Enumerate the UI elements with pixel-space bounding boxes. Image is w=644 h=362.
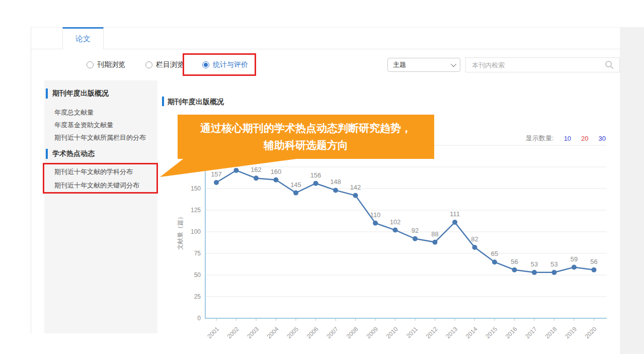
sidebar-item-keyword-distribution[interactable]: 期刊近十年文献的关键词分布 <box>54 181 139 190</box>
svg-text:150: 150 <box>191 185 201 192</box>
sidebar-item-annual-total-documents[interactable]: 年度总文献量 <box>54 108 94 117</box>
svg-text:2014: 2014 <box>464 325 479 340</box>
svg-text:56: 56 <box>590 258 597 265</box>
svg-text:145: 145 <box>290 181 301 189</box>
tab-row-bottom-divider <box>31 49 620 49</box>
section-accent-bar <box>46 149 48 159</box>
svg-text:88: 88 <box>431 230 438 238</box>
svg-text:2013: 2013 <box>444 325 459 340</box>
display-count-control: 显示数量: 10 20 30 <box>526 134 606 143</box>
statistics-sidebar: 期刊年度出版概况 年度总文献量 年度基金资助文献量 期刊近十年文献所属栏目的分布… <box>44 80 157 333</box>
svg-text:2007: 2007 <box>325 325 340 340</box>
display-count-option-20[interactable]: 20 <box>581 135 588 142</box>
svg-text:2015: 2015 <box>484 325 499 340</box>
section-accent-bar <box>46 88 48 99</box>
svg-text:156: 156 <box>310 171 321 179</box>
tutorial-callout: 通过核心期刊的学术热点动态判断研究趋势， 辅助科研选题方向 <box>178 115 434 159</box>
sidebar-item-subject-distribution[interactable]: 期刊近十年文献的学科分布 <box>54 167 133 176</box>
radio-statistics-evaluation-label: 统计与评价 <box>213 60 248 69</box>
svg-text:125: 125 <box>191 207 201 214</box>
svg-text:142: 142 <box>350 184 361 191</box>
tab-row-top-divider <box>31 27 620 28</box>
svg-text:2005: 2005 <box>285 325 300 340</box>
radio-circle-icon <box>87 61 94 68</box>
svg-text:56: 56 <box>511 258 518 265</box>
svg-text:2002: 2002 <box>226 325 240 340</box>
svg-text:2019: 2019 <box>564 325 578 340</box>
svg-text:2018: 2018 <box>544 325 558 340</box>
chart-section-title: 期刊年度出版概况 <box>168 98 224 107</box>
radio-statistics-evaluation[interactable]: 统计与评价 <box>202 60 248 69</box>
svg-text:82: 82 <box>471 235 478 243</box>
svg-text:53: 53 <box>531 260 538 268</box>
search-input[interactable] <box>466 58 619 72</box>
svg-text:2012: 2012 <box>425 325 439 340</box>
svg-text:157: 157 <box>211 170 222 178</box>
svg-text:2017: 2017 <box>524 325 538 340</box>
svg-text:160: 160 <box>271 168 282 175</box>
journal-search-box <box>465 57 620 72</box>
svg-text:2008: 2008 <box>345 325 360 340</box>
svg-text:25: 25 <box>194 293 201 300</box>
content-left-divider <box>31 27 31 333</box>
svg-text:2006: 2006 <box>305 325 320 340</box>
svg-text:2020: 2020 <box>584 325 598 340</box>
svg-text:2003: 2003 <box>246 325 260 340</box>
journal-statistics-page: 论文 刊期浏览 栏目浏览 统计与评价 主题 期刊年度出版概况 年度总文献量 年度… <box>0 0 644 362</box>
svg-text:50: 50 <box>194 272 201 279</box>
svg-text:75: 75 <box>194 250 201 257</box>
svg-text:53: 53 <box>550 260 557 268</box>
radio-column-browse-label: 栏目浏览 <box>156 60 184 69</box>
svg-text:92: 92 <box>412 227 419 234</box>
sidebar-item-annual-funded-documents[interactable]: 年度基金资助文献量 <box>54 121 113 130</box>
svg-text:0: 0 <box>197 315 201 322</box>
sidebar-section-publication-overview: 期刊年度出版概况 <box>52 89 109 98</box>
svg-text:102: 102 <box>390 218 401 226</box>
tutorial-callout-line1: 通过核心期刊的学术热点动态判断研究趋势， <box>200 121 412 135</box>
svg-text:2001: 2001 <box>206 325 220 340</box>
svg-text:2009: 2009 <box>365 325 379 340</box>
svg-text:111: 111 <box>450 210 460 218</box>
display-count-option-10[interactable]: 10 <box>564 135 571 142</box>
display-count-option-30[interactable]: 30 <box>599 135 606 142</box>
svg-text:文献量（篇）: 文献量（篇） <box>177 214 184 250</box>
sidebar-section-academic-hotspots: 学术热点动态 <box>52 149 95 158</box>
svg-text:2010: 2010 <box>385 325 399 340</box>
svg-text:2004: 2004 <box>266 325 280 340</box>
search-field-select-value: 主题 <box>393 60 406 69</box>
tutorial-callout-line2: 辅助科研选题方向 <box>264 138 348 152</box>
radio-column-browse[interactable]: 栏目浏览 <box>145 60 184 69</box>
svg-text:2016: 2016 <box>504 325 519 340</box>
tab-papers-label: 论文 <box>75 34 91 44</box>
radio-issue-browse-label: 刊期浏览 <box>97 60 125 69</box>
search-icon[interactable] <box>605 60 614 70</box>
radio-circle-icon <box>145 61 152 68</box>
radio-selected-icon <box>202 61 209 68</box>
svg-text:148: 148 <box>330 178 341 186</box>
svg-text:110: 110 <box>370 211 381 219</box>
publication-trend-line-chart: 0255075100125150175200200120022003200420… <box>171 141 614 342</box>
tab-papers[interactable]: 论文 <box>62 27 104 49</box>
svg-text:2011: 2011 <box>405 325 419 339</box>
page-right-margin <box>620 27 644 354</box>
svg-text:162: 162 <box>251 166 262 173</box>
display-count-label: 显示数量: <box>526 134 554 143</box>
chevron-down-icon <box>451 61 456 67</box>
search-field-select[interactable]: 主题 <box>387 58 460 72</box>
section-accent-bar <box>162 97 164 106</box>
svg-text:65: 65 <box>491 250 498 257</box>
svg-text:59: 59 <box>571 255 578 263</box>
sidebar-item-column-distribution[interactable]: 期刊近十年文献所属栏目的分布 <box>54 133 146 142</box>
radio-issue-browse[interactable]: 刊期浏览 <box>87 60 125 69</box>
svg-text:100: 100 <box>191 228 201 235</box>
